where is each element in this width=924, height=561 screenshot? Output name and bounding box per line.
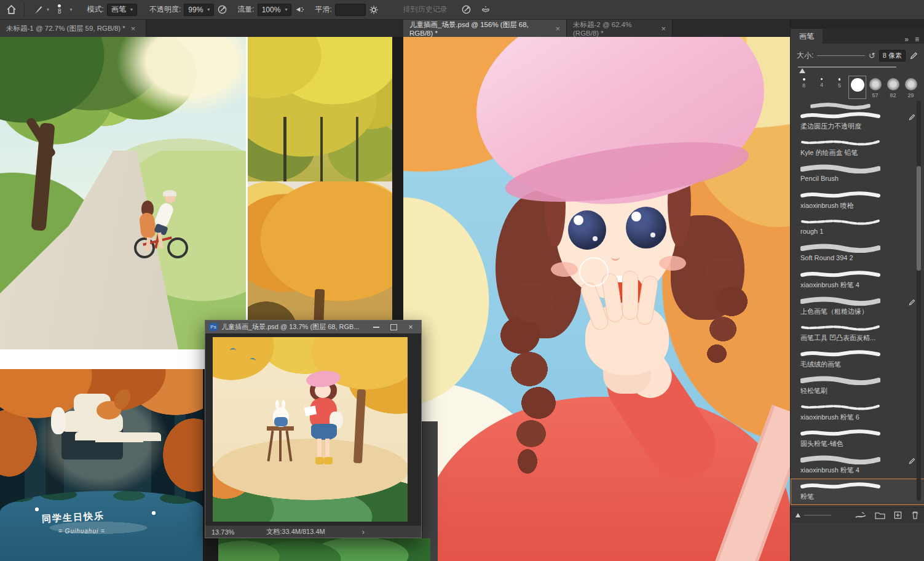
brush-list-item[interactable]: xiaoxinbrush 粉笔 4 xyxy=(791,267,924,293)
floating-document-window[interactable]: Ps 儿童插画_场景.psd @ 13.7% (图层 68, RGB... × xyxy=(205,320,422,538)
pressure-opacity-icon[interactable] xyxy=(217,4,227,15)
brush-list-item[interactable]: 轻松笔刷 xyxy=(791,373,924,399)
mini-girl-leg xyxy=(317,439,322,458)
panel-menu-icon[interactable]: ≡ xyxy=(915,35,919,44)
mini-girl-boot xyxy=(324,457,333,464)
status-expand-chevron[interactable]: › xyxy=(362,527,365,536)
smoothing-gear-icon[interactable] xyxy=(369,5,379,15)
brush-stroke-thumbnail xyxy=(800,243,880,253)
girl-nose xyxy=(611,253,620,261)
brush-list-item[interactable]: 毛绒绒的画笔 xyxy=(791,346,924,373)
maximize-button[interactable] xyxy=(387,322,400,332)
close-button[interactable]: × xyxy=(404,322,417,332)
zoom-level[interactable]: 13.73% xyxy=(211,528,234,536)
tab-brushes[interactable]: 画笔 xyxy=(791,29,823,44)
brush-list-item[interactable]: Kyle 的绘画盒 铅笔 xyxy=(791,135,924,161)
brush-preset[interactable]: 8 xyxy=(796,76,812,98)
brush-list-item[interactable]: Pencil Brush xyxy=(791,161,924,188)
brush-preset[interactable]: 4 xyxy=(813,76,830,98)
close-icon[interactable]: × xyxy=(661,25,666,33)
chevron-down-icon: ▾ xyxy=(70,7,73,12)
size-slider-thumb[interactable] xyxy=(799,68,805,73)
chevron-down-icon: ▾ xyxy=(47,7,49,12)
brush-stroke-thumbnail xyxy=(800,322,880,332)
tab-untitled-2[interactable]: 未标题-2 @ 62.4%(RGB/8) * × xyxy=(567,20,673,37)
mode-select[interactable]: 画笔 ▾ xyxy=(107,4,137,16)
recent-brush-presets: 8 4 5 57 82 29 xyxy=(796,76,920,98)
brush-list-item-selected[interactable]: 粉笔 xyxy=(791,479,924,505)
brush-name: xiaoxinbrush 喷枪 xyxy=(800,201,905,210)
brush-name: Soft Round 394 2 xyxy=(800,254,905,261)
brush-preset[interactable]: 5 xyxy=(831,76,848,98)
hidden-window-canvas-strip xyxy=(218,538,430,561)
stool-leg xyxy=(279,431,282,461)
panel-footer xyxy=(791,507,924,523)
size-value-field[interactable]: 8 像素 xyxy=(879,50,906,62)
brush-list-item[interactable]: 画笔工具 凹凸表面炭精... xyxy=(791,320,924,346)
footer-slider-thumb[interactable] xyxy=(796,513,800,517)
close-icon: × xyxy=(408,323,413,332)
live-tip-preview-icon[interactable] xyxy=(855,511,867,520)
flow-select[interactable]: 100% ▾ xyxy=(258,4,292,16)
brush-name: xiaoxinbrush 粉笔 6 xyxy=(800,413,905,422)
delete-brush-icon[interactable] xyxy=(910,511,920,520)
right-window-tab-strip: 儿童插画_场景.psd @ 156% (图层 68, RGB/8) * × 未标… xyxy=(403,20,790,37)
smoothing-input[interactable] xyxy=(335,4,366,16)
reset-size-icon[interactable]: ↺ xyxy=(869,51,875,60)
brush-preset-selected[interactable] xyxy=(849,76,866,98)
close-icon[interactable]: × xyxy=(131,25,136,33)
brush-name: Kyle 的绘画盒 铅笔 xyxy=(800,148,905,157)
brush-list-item[interactable]: 上色画笔（粗糙边缘） xyxy=(791,293,924,320)
tab-scene-psd[interactable]: 儿童插画_场景.psd @ 156% (图层 68, RGB/8) * × xyxy=(403,20,567,37)
new-brush-icon[interactable] xyxy=(893,511,902,520)
minimize-button[interactable] xyxy=(369,322,383,332)
brush-list-item[interactable]: 柔边圆压力不透明度 xyxy=(791,108,924,135)
collapse-panel-icon[interactable]: » xyxy=(904,35,909,44)
brush-list-item[interactable]: Soft Round 394 2 xyxy=(791,241,924,267)
rider-cap xyxy=(163,190,176,196)
mode-label: 模式: xyxy=(87,4,104,15)
smoothing-label: 平滑: xyxy=(315,4,331,15)
pressure-size-icon[interactable] xyxy=(461,4,472,15)
brush-name: 画笔工具 凹凸表面炭精... xyxy=(800,333,905,343)
brush-list-item[interactable]: xiaoxinbrush 粉笔 6 xyxy=(791,399,924,426)
brush-preset[interactable]: 29 xyxy=(902,76,919,98)
minimize-icon xyxy=(373,327,379,328)
floating-window-statusbar: 13.73% 文档:33.4M/813.4M › xyxy=(205,525,421,538)
size-label: 大小: xyxy=(797,50,813,61)
brush-list-item[interactable]: xiaoxinbrush 喷枪 xyxy=(791,188,924,214)
home-button[interactable] xyxy=(6,4,17,15)
chevron-down-icon: ▾ xyxy=(130,7,133,12)
size-slider[interactable] xyxy=(798,66,896,68)
airbrush-icon[interactable] xyxy=(294,4,305,15)
history-option: 排到历史记录 xyxy=(403,4,448,15)
brush-stroke-thumbnail xyxy=(800,428,880,438)
canvas-document-girl[interactable] xyxy=(403,37,790,561)
opacity-select[interactable]: 99% ▾ xyxy=(184,4,214,16)
brush-name: 粉笔 xyxy=(800,492,905,501)
brush-stroke-thumbnail xyxy=(800,137,880,147)
history-label: 排到历史记录 xyxy=(403,4,448,15)
floating-window-titlebar[interactable]: Ps 儿童插画_场景.psd @ 13.7% (图层 68, RGB... × xyxy=(205,320,421,333)
tab-label: 儿童插画_场景.psd @ 156% (图层 68, RGB/8) * xyxy=(409,20,550,37)
tool-preset-picker[interactable]: ▾ xyxy=(33,4,49,15)
document-size-info: 文档:33.4M/813.4M xyxy=(266,527,325,536)
symmetry-icon[interactable] xyxy=(480,4,491,15)
brush-name: 上色画笔（粗糙边缘） xyxy=(800,307,905,316)
left-window-tab-strip: 未标题-1 @ 72.7% (图层 59, RGB/8) * × xyxy=(0,20,403,37)
brush-preset-picker[interactable]: 8 xyxy=(58,4,61,15)
brush-list-item[interactable]: xiaoxinbrush 粉笔 4 xyxy=(791,452,924,479)
close-icon[interactable]: × xyxy=(555,25,560,33)
tab-untitled-1[interactable]: 未标题-1 @ 72.7% (图层 59, RGB/8) * × xyxy=(0,20,146,37)
brush-list-scrollbar[interactable] xyxy=(917,101,921,501)
floating-canvas-preview[interactable] xyxy=(213,337,408,522)
edit-brush-settings-icon[interactable] xyxy=(909,51,918,60)
stool-leg xyxy=(286,431,293,461)
new-group-folder-icon[interactable] xyxy=(875,511,885,519)
brush-preset[interactable]: 82 xyxy=(885,76,901,98)
brush-preset[interactable]: 57 xyxy=(867,76,883,98)
brush-list-item[interactable]: rough 1 xyxy=(791,214,924,241)
brush-list-item-partial[interactable] xyxy=(791,101,924,108)
brush-list-scrollbar-thumb[interactable] xyxy=(917,166,921,271)
brush-list-item[interactable]: 圆头粉笔-铺色 xyxy=(791,426,924,452)
